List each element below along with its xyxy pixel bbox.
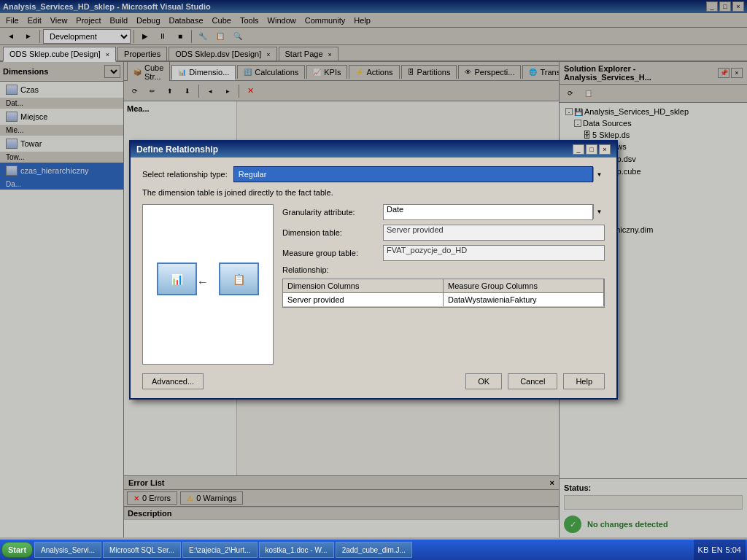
- dialog-maximize[interactable]: □: [586, 144, 597, 155]
- granularity-value: Date: [383, 204, 593, 220]
- grid-cell-dim-0: Server provided: [283, 293, 444, 306]
- dialog-content: Select relationship type: Regular ▼ The …: [131, 158, 616, 398]
- diagram-content: 📊 📋 ←: [157, 248, 259, 321]
- select-type-label: Select relationship type:: [142, 170, 228, 179]
- dim-table-label: Dimension table:: [282, 228, 377, 237]
- dialog-title-controls: _ □ ×: [573, 144, 611, 155]
- measure-group-row: Measure group table: FVAT_pozycje_do_HD: [282, 245, 605, 261]
- taskbar: Start Analysis_Servi... Microsoft SQL Se…: [0, 540, 747, 560]
- dim-table-icon: 📊: [171, 273, 183, 285]
- relationship-grid: Dimension Columns Measure Group Columns …: [282, 279, 605, 308]
- measure-group-value: FVAT_pozycje_do_HD: [383, 245, 605, 261]
- grid-header: Dimension Columns Measure Group Columns: [283, 279, 604, 293]
- relationship-type-display: Regular: [233, 166, 593, 182]
- ok-button[interactable]: OK: [465, 373, 502, 389]
- diagram-dimension-table: 📊: [157, 262, 197, 295]
- dialog-footer: Advanced... OK Cancel Help: [142, 373, 605, 389]
- cancel-button[interactable]: Cancel: [508, 373, 557, 389]
- help-button[interactable]: Help: [563, 373, 605, 389]
- dim-table-value: Server provided: [383, 225, 605, 241]
- taskbar-notepad[interactable]: 2add_cube_dim.J...: [336, 542, 412, 558]
- diagram-arrow: ←: [197, 276, 209, 289]
- select-type-control: Regular ▼: [233, 166, 605, 182]
- fact-table-icon: 📋: [233, 273, 245, 285]
- taskbar-vs[interactable]: Analysis_Servi...: [34, 542, 101, 558]
- granularity-arrow-icon[interactable]: ▼: [593, 204, 605, 219]
- relationship-label-row: Relationship:: [282, 265, 605, 274]
- grid-row-0[interactable]: Server provided DataWystawieniaFaktury: [283, 293, 604, 307]
- grid-cell-measure-0: DataWystawieniaFaktury: [444, 293, 604, 306]
- dialog-description: The dimension table is joined directly t…: [142, 188, 605, 197]
- tray-time: 5:04: [726, 545, 741, 554]
- grid-header-dim-col: Dimension Columns: [283, 279, 444, 292]
- granularity-control: Date ▼: [383, 204, 605, 220]
- grid-header-measure-col: Measure Group Columns: [444, 279, 604, 292]
- select-arrow-icon[interactable]: ▼: [593, 167, 605, 182]
- diagram-area: 📊 📋 ←: [142, 204, 274, 365]
- taskbar-sql[interactable]: Microsoft SQL Ser...: [103, 542, 181, 558]
- taskbar-tray: KB EN 5:04: [694, 540, 746, 560]
- granularity-row: Granularity attribute: Date ▼: [282, 204, 605, 220]
- taskbar-word[interactable]: kostka_1.doc - W...: [259, 542, 334, 558]
- dialog-body: 📊 📋 ← Granularity attribute:: [142, 204, 605, 365]
- dialog-overlay: Define Relationship _ □ × Select relatio…: [0, 0, 747, 540]
- advanced-button[interactable]: Advanced...: [142, 373, 204, 389]
- dialog-title: Define Relationship: [136, 144, 218, 155]
- define-relationship-dialog: Define Relationship _ □ × Select relatio…: [129, 140, 618, 400]
- start-button[interactable]: Start: [1, 542, 33, 558]
- granularity-label: Granularity attribute:: [282, 208, 377, 217]
- dialog-close[interactable]: ×: [599, 144, 611, 155]
- dim-table-row: Dimension table: Server provided: [282, 225, 605, 241]
- taskbar-explorer[interactable]: E:\zajecia_2\Hurt...: [182, 542, 257, 558]
- form-area: Granularity attribute: Date ▼ Dimension …: [282, 204, 605, 365]
- tray-en: EN: [711, 545, 722, 554]
- dialog-minimize[interactable]: _: [573, 144, 584, 155]
- dialog-title-bar: Define Relationship _ □ ×: [131, 141, 616, 158]
- diagram-fact-table: 📋: [219, 262, 259, 295]
- tray-kb: KB: [698, 545, 709, 554]
- measure-group-label: Measure group table:: [282, 249, 377, 257]
- relationship-label: Relationship:: [282, 265, 377, 274]
- select-type-row: Select relationship type: Regular ▼: [142, 166, 605, 182]
